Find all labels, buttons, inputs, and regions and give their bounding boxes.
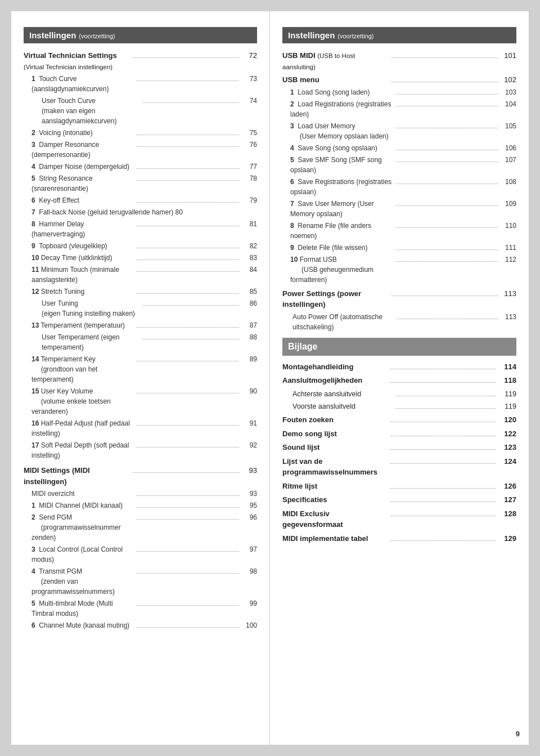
list-item: 7 Fall-back Noise (geluid terugvallende …: [32, 207, 257, 217]
left-header: Instellingen (voortzetting): [24, 27, 257, 43]
list-item: 9 Delete File (file wissen) 111: [290, 243, 516, 253]
list-item: 6 Save Registrations (registraties opsla…: [290, 177, 516, 197]
list-item: User Touch Curve(maken van eigen aanslag…: [42, 96, 257, 126]
list-item: 11 Minimum Touch (minimale aanslagsterkt…: [32, 265, 257, 285]
list-item: 3 Damper Resonance (demperresonantie) 76: [32, 140, 257, 160]
left-header-sub: (voortzetting): [79, 33, 115, 39]
list-item: 1 Touch Curve (aanslagdynamiekcurven) 73: [32, 74, 257, 94]
list-item: 6 Channel Mute (kanaal muting) 100: [32, 620, 257, 630]
list-item: Sound lijst 123: [282, 442, 516, 453]
list-item: 2 Send PGM (programmawisselnummer zenden…: [32, 512, 257, 543]
load-user-memory-item: 3 Load User Memory (User Memory opslaan …: [290, 121, 516, 141]
list-item: 10 Decay Time (uitklinktijd) 83: [32, 253, 257, 263]
list-item: 12 Stretch Tuning 85: [32, 287, 257, 297]
list-item: 9 Topboard (vleugelklep) 82: [32, 241, 257, 251]
list-item: MIDI implementatie tabel 129: [282, 533, 516, 544]
list-item: 5 Save SMF Song (SMF song opslaan) 107: [290, 155, 516, 175]
list-item: Lijst van de programmawisselnummers 124: [282, 456, 516, 478]
right-column: Instellingen (voortzetting) USB MIDI (US…: [270, 11, 529, 745]
list-item: 5 String Resonance (snarenresonantie) 78: [32, 173, 257, 194]
vts-section: Virtual Technician Settings(Virtual Tech…: [24, 50, 257, 460]
page-number: 9: [516, 730, 520, 738]
list-item: 8 Hammer Delay (hamervertraging) 81: [32, 219, 257, 239]
list-item: Power Settings (power instellingen) 113: [282, 288, 516, 310]
vts-label: Virtual Technician Settings(Virtual Tech…: [24, 50, 130, 72]
list-item: MIDI Exclusiv gegevensformaat 128: [282, 508, 516, 530]
list-item: User Temperament (eigen temperament) 88: [42, 332, 257, 352]
midi-title: MIDI Settings (MIDI instellingen) 93: [24, 465, 257, 487]
right-header-title: Instellingen: [288, 30, 335, 40]
list-item: 5 Multi-timbral Mode (Multi Timbral modu…: [32, 598, 257, 619]
list-item: 1 Load Song (song laden) 103: [290, 87, 516, 97]
list-item: 14 Temperament Key (grondtoon van het te…: [32, 354, 257, 384]
usb-section: USB MIDI (USB to Host aansluiting) 101 U…: [282, 50, 516, 332]
list-item: 2 Load Registrations (registraties laden…: [290, 99, 516, 119]
list-item: 4 Save Song (song opslaan) 106: [290, 143, 516, 153]
list-item: USB menu 102: [282, 74, 516, 86]
list-item: 17 Soft Pedal Depth (soft pedaal instell…: [32, 440, 257, 460]
list-item: 16 Half-Pedal Adjust (half pedaal instel…: [32, 418, 257, 439]
list-item: Montagehandleiding 114: [282, 361, 516, 373]
list-item: Aansluitmogelijkheden 118: [282, 375, 516, 386]
list-item: Achterste aansluitveld 119: [292, 389, 516, 400]
list-item: 6 Key-off Effect 79: [32, 195, 257, 205]
bijlage-title: Bijlage: [288, 342, 317, 351]
left-header-title: Instellingen: [29, 30, 76, 40]
list-item: 4 Transmit PGM (zenden van programmawiss…: [32, 566, 257, 597]
list-item: Auto Power Off (automatische uitschakeli…: [292, 312, 516, 332]
page: Instellingen (voortzetting) Virtual Tech…: [11, 11, 529, 745]
list-item: Fouten zoeken 120: [282, 414, 516, 426]
list-item: 10 Format USB (USB geheugenmedium format…: [290, 254, 516, 285]
list-item: 2 Voicing (intonatie) 75: [32, 128, 257, 138]
list-item: 13 Temperament (temperatuur) 87: [32, 320, 257, 330]
right-header: Instellingen (voortzetting): [282, 27, 516, 43]
list-item: 4 Damper Noise (dempergeluid) 77: [32, 162, 257, 172]
left-column: Instellingen (voortzetting) Virtual Tech…: [11, 11, 270, 745]
list-item: 15 User Key Volume (volume enkele toetse…: [32, 386, 257, 417]
list-item: 7 Save User Memory (User Memory opslaan)…: [290, 199, 516, 219]
vts-dots: [133, 57, 240, 58]
bijlage-section: Montagehandleiding 114 Aansluitmogelijkh…: [282, 361, 516, 544]
list-item: 8 Rename File (file anders noemen) 110: [290, 221, 516, 241]
vts-title: Virtual Technician Settings(Virtual Tech…: [24, 50, 257, 72]
bijlage-header: Bijlage: [282, 338, 516, 356]
midi-section: MIDI Settings (MIDI instellingen) 93 MID…: [24, 465, 257, 630]
vts-page: 72: [241, 50, 257, 61]
list-item: MIDI overzicht 93: [32, 489, 257, 499]
list-item: USB MIDI (USB to Host aansluiting) 101: [282, 50, 516, 72]
list-item: Voorste aansluitveld 119: [292, 401, 516, 412]
list-item: 1 MIDI Channel (MIDI kanaal) 95: [32, 500, 257, 511]
list-item: 3 Local Control (Local Control modus) 97: [32, 544, 257, 565]
list-item: Specificaties 127: [282, 494, 516, 506]
list-item: Demo song lijst 122: [282, 428, 516, 440]
list-item: User Tuning(eigen Tuning instelling make…: [42, 298, 257, 319]
right-header-sub: (voortzetting): [338, 33, 374, 39]
list-item: Ritme lijst 126: [282, 481, 516, 492]
